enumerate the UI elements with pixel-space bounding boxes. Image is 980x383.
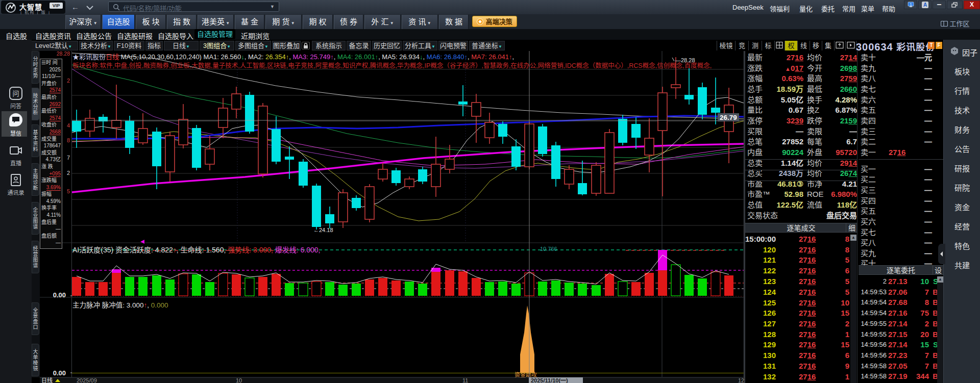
svg-text:8: 8 (67, 137, 70, 143)
svg-text:4: 4 (67, 122, 70, 129)
svg-text:2: 2 (67, 170, 70, 176)
svg-text:0.00: 0.00 (53, 291, 66, 299)
svg-text:11: 11 (462, 377, 468, 383)
svg-text:5: 5 (67, 188, 70, 194)
svg-text:28.28: 28.28 (57, 51, 70, 57)
svg-text:10.766: 10.766 (540, 246, 557, 252)
svg-text:2025/11/10(一): 2025/11/10(一) (531, 377, 568, 383)
svg-text:2025/09: 2025/09 (77, 377, 97, 383)
svg-text:26.79: 26.79 (720, 114, 737, 121)
svg-text:1: 1 (910, 3, 912, 6)
svg-text:10: 10 (236, 377, 242, 383)
svg-text:2: 2 (67, 78, 70, 84)
svg-text:日线: 日线 (41, 377, 53, 383)
svg-text:12: 12 (738, 377, 744, 383)
svg-text:←24.18: ←24.18 (313, 227, 333, 233)
svg-text:7: 7 (67, 155, 70, 161)
svg-text:0.00: 0.00 (53, 369, 66, 377)
svg-text:A: A (923, 2, 927, 8)
